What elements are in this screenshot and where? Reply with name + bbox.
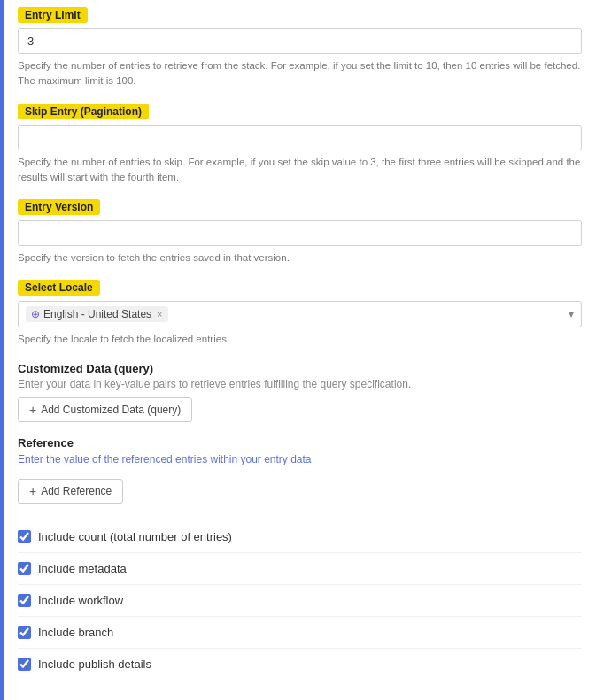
locale-tag-english-us: ⊕ English - United States × xyxy=(26,306,168,322)
skip-entry-helper: Specify the number of entries to skip. F… xyxy=(18,155,582,186)
add-customized-data-button[interactable]: + Add Customized Data (query) xyxy=(18,397,192,422)
entry-version-helper: Specify the version to fetch the entries… xyxy=(18,250,582,265)
reference-subtitle-link[interactable]: Enter the value of the referenced entrie… xyxy=(18,453,312,465)
entry-version-input[interactable] xyxy=(18,220,582,246)
checkbox-row-include-publish: Include publish details xyxy=(18,649,582,680)
include-branch-label: Include branch xyxy=(38,626,113,639)
select-locale-helper: Specify the locale to fetch the localize… xyxy=(18,332,582,347)
locale-dropdown[interactable]: ⊕ English - United States × ▾ xyxy=(18,301,582,327)
checkbox-row-include-metadata: Include metadata xyxy=(18,553,582,585)
include-count-checkbox[interactable] xyxy=(18,530,31,543)
entry-limit-badge: Entry Limit xyxy=(18,7,88,23)
add-customized-data-label: Add Customized Data (query) xyxy=(41,404,181,416)
checkbox-row-include-branch: Include branch xyxy=(18,617,582,649)
entry-limit-section: Entry Limit Specify the number of entrie… xyxy=(18,7,582,89)
customized-data-section: Customized Data (query) Enter your data … xyxy=(18,362,582,422)
skip-entry-section: Skip Entry (Pagination) Specify the numb… xyxy=(18,104,582,186)
locale-chevron-icon: ▾ xyxy=(569,308,574,320)
locale-tags: ⊕ English - United States × xyxy=(26,306,168,322)
include-workflow-label: Include workflow xyxy=(38,594,123,607)
include-branch-checkbox[interactable] xyxy=(18,626,31,639)
include-publish-checkbox[interactable] xyxy=(18,658,31,671)
entry-limit-input[interactable] xyxy=(18,28,582,54)
add-reference-button[interactable]: + Add Reference xyxy=(18,479,123,504)
add-reference-plus-icon: + xyxy=(29,484,36,498)
locale-remove-button[interactable]: × xyxy=(157,309,162,319)
reference-section: Reference Enter the value of the referen… xyxy=(18,436,582,504)
entry-version-badge: Entry Version xyxy=(18,199,100,215)
locale-tag-label: English - United States xyxy=(43,308,151,320)
checkboxes-container: Include count (total number of entries) … xyxy=(18,521,582,680)
select-locale-badge: Select Locale xyxy=(18,280,100,296)
include-metadata-label: Include metadata xyxy=(38,562,127,575)
skip-entry-input[interactable] xyxy=(18,125,582,150)
include-workflow-checkbox[interactable] xyxy=(18,594,31,607)
include-publish-label: Include publish details xyxy=(38,658,151,671)
locale-globe-icon: ⊕ xyxy=(31,308,40,320)
checkbox-row-include-count: Include count (total number of entries) xyxy=(18,521,582,553)
include-count-label: Include count (total number of entries) xyxy=(38,530,232,543)
include-metadata-checkbox[interactable] xyxy=(18,562,31,575)
main-content: Entry Limit Specify the number of entrie… xyxy=(4,0,596,700)
add-reference-label: Add Reference xyxy=(41,485,112,497)
select-locale-section: Select Locale ⊕ English - United States … xyxy=(18,280,582,347)
entry-version-section: Entry Version Specify the version to fet… xyxy=(18,199,582,265)
skip-entry-badge: Skip Entry (Pagination) xyxy=(18,104,149,119)
page-container: Entry Limit Specify the number of entrie… xyxy=(0,0,596,700)
add-customized-plus-icon: + xyxy=(29,403,36,417)
reference-title: Reference xyxy=(18,436,582,450)
customized-data-title: Customized Data (query) xyxy=(18,362,582,375)
customized-data-subtitle: Enter your data in key-value pairs to re… xyxy=(18,378,582,390)
checkbox-row-include-workflow: Include workflow xyxy=(18,585,582,617)
entry-limit-helper: Specify the number of entries to retriev… xyxy=(18,58,582,89)
